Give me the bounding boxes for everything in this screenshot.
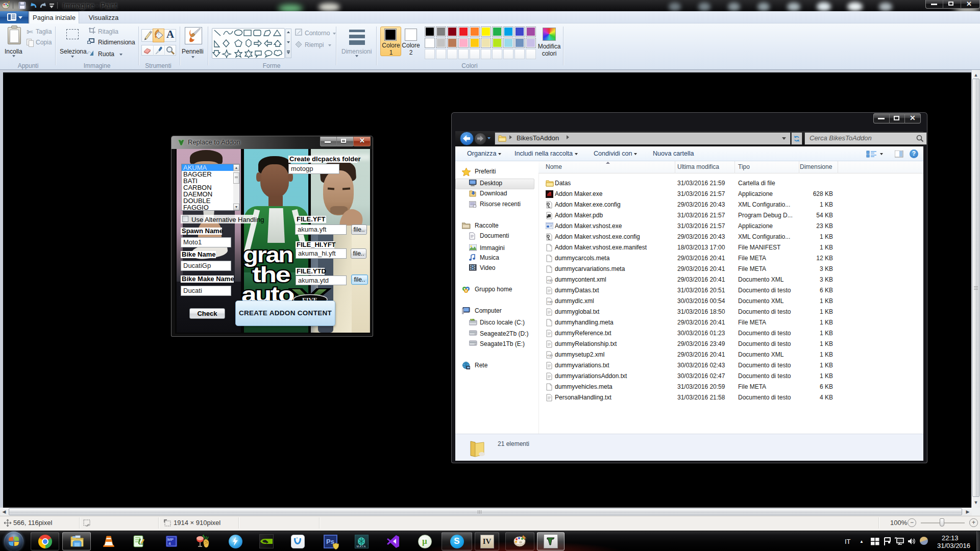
svg-text:<e>: <e> (547, 300, 553, 304)
svg-text:++: ++ (139, 542, 143, 546)
svg-text:4: 4 (168, 541, 171, 546)
svg-text:<e>: <e> (547, 279, 553, 283)
svg-text:<e>: <e> (547, 354, 553, 358)
